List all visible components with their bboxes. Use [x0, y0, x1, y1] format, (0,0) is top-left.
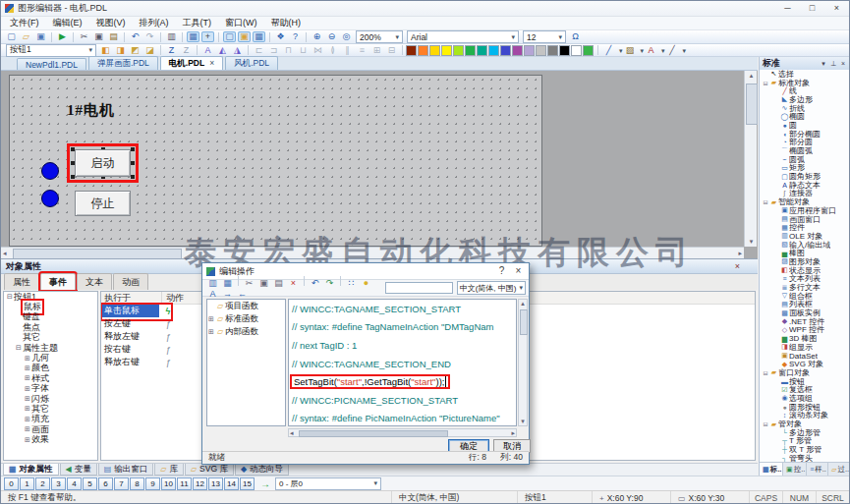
- props-tree-focus[interactable]: 焦点: [4, 322, 97, 332]
- copy-format-icon[interactable]: ◧: [99, 45, 112, 56]
- layer-button-3[interactable]: 3: [51, 477, 66, 490]
- copy-icon[interactable]: ▣: [257, 278, 270, 289]
- selection-handle[interactable]: [131, 147, 135, 151]
- scrollbar-thumb[interactable]: [299, 430, 448, 437]
- special-character-icon[interactable]: Ω: [569, 31, 582, 42]
- layer-button-12[interactable]: 12: [193, 477, 207, 490]
- chevron-down-icon[interactable]: ▾: [641, 47, 645, 54]
- layer-button-1[interactable]: 1: [20, 477, 34, 490]
- layer-up-icon[interactable]: ◩: [129, 45, 142, 56]
- align-top-icon[interactable]: ⊓: [282, 45, 295, 56]
- color-swatch-4[interactable]: [453, 45, 464, 56]
- menu-view[interactable]: 视图(V): [89, 17, 133, 29]
- center-vertical-icon[interactable]: ≬: [326, 45, 339, 56]
- distribute-vertical-icon[interactable]: ≡: [356, 45, 368, 56]
- color-swatch-10[interactable]: [524, 45, 535, 56]
- props-tree-styles[interactable]: ⊞样式: [4, 373, 97, 383]
- props-tree-property-topics[interactable]: ⊟属性主题: [4, 343, 97, 353]
- editor-vertical-scrollbar[interactable]: ▴ ▾: [518, 299, 528, 426]
- tab-newpdl1[interactable]: NewPdl1.PDL: [17, 58, 86, 70]
- menu-arrange[interactable]: 排列(A): [133, 17, 176, 29]
- palette-item-ellipse-arc[interactable]: ⌒椭圆弧: [760, 146, 850, 155]
- status-circle-stop[interactable]: [41, 190, 59, 207]
- scroll-right-icon[interactable]: ▸: [738, 250, 742, 257]
- palette-item-scrollbar-object[interactable]: ↕滚动条对象: [760, 412, 850, 420]
- layer-button-13[interactable]: 13: [208, 477, 223, 490]
- library-window-icon[interactable]: ▢: [223, 31, 236, 42]
- panel-tab-svg-library[interactable]: ▱SVG 库: [185, 464, 234, 476]
- distribute-horizontal-icon[interactable]: ∥: [341, 45, 354, 56]
- palette-tab-controls[interactable]: ▣控..: [783, 463, 807, 476]
- object-selector[interactable]: 按钮1▾: [6, 44, 96, 57]
- props-tree-geometry[interactable]: ⊞几何: [4, 353, 97, 363]
- layer-button-9[interactable]: 9: [145, 477, 160, 490]
- zoom-fit-icon[interactable]: ◎: [340, 31, 353, 42]
- props-tree-picture[interactable]: ⊞画面: [4, 424, 97, 434]
- panel-tab-output-window[interactable]: ▤输出窗口: [98, 464, 154, 476]
- color-swatch-3[interactable]: [441, 45, 452, 56]
- palette-item-ellipse[interactable]: ◯椭圆: [760, 112, 850, 121]
- layer-button-7[interactable]: 7: [114, 477, 129, 490]
- snap-icon[interactable]: +: [201, 31, 214, 42]
- palette-item-polyline[interactable]: ∿折线: [760, 104, 850, 113]
- scroll-down-icon[interactable]: ▾: [519, 418, 527, 425]
- panel-tab-dynamic-wizard[interactable]: ◆动态向导: [235, 464, 289, 476]
- font-family-select[interactable]: Arial▾: [407, 30, 519, 43]
- align-left-icon[interactable]: ⊏: [253, 45, 265, 56]
- c-script-icon[interactable]: Z: [180, 45, 193, 56]
- color-swatch-5[interactable]: [465, 45, 476, 56]
- output-window-icon[interactable]: ▣: [238, 31, 251, 42]
- rotate-left-icon[interactable]: ◭: [216, 45, 229, 56]
- dialog-tree-project-functions[interactable]: ▱项目函数: [207, 300, 285, 312]
- menu-edit[interactable]: 编辑(E): [46, 17, 89, 29]
- palette-item-io-field[interactable]: ▧输入/输出域: [760, 241, 850, 250]
- undo-icon[interactable]: ↶: [129, 31, 142, 42]
- fill-color-icon[interactable]: ▨: [624, 45, 637, 56]
- chevron-down-icon[interactable]: ▾: [683, 47, 687, 54]
- paste-icon[interactable]: ▤: [107, 31, 120, 42]
- canvas-horizontal-scrollbar[interactable]: ◂ ▸: [1, 247, 744, 258]
- layer-button-0[interactable]: 0: [4, 477, 19, 490]
- color-swatch-13[interactable]: [559, 45, 570, 56]
- align-right-icon[interactable]: ⊐: [267, 45, 280, 56]
- color-swatch-7[interactable]: [488, 45, 499, 56]
- palette-item-polygon[interactable]: ◣多边形: [760, 95, 850, 104]
- layer-button-6[interactable]: 6: [98, 477, 113, 490]
- rotate-right-icon[interactable]: ◮: [231, 45, 244, 56]
- redo-icon[interactable]: ↷: [323, 278, 336, 289]
- open-icon[interactable]: ▱: [20, 31, 32, 42]
- symbol-icon[interactable]: ●: [360, 278, 372, 289]
- tab-close-icon[interactable]: ×: [209, 58, 214, 68]
- direct-help-icon[interactable]: ?: [289, 31, 302, 42]
- props-tree-misc-2[interactable]: ⊞其它: [4, 404, 97, 414]
- palette-item-picture-window[interactable]: ▤画面窗口: [760, 215, 850, 224]
- paste-icon[interactable]: ▤: [272, 278, 285, 289]
- save-icon[interactable]: ▣: [34, 31, 47, 42]
- dynamic-dialog-icon[interactable]: Z: [165, 45, 178, 56]
- palette-item-circle-arc[interactable]: ⌣圆弧: [760, 155, 850, 164]
- menu-window[interactable]: 窗口(W): [218, 17, 264, 29]
- language-select[interactable]: 中文(简体, 中国)▾: [457, 281, 526, 295]
- palette-close-icon[interactable]: ×: [838, 60, 848, 68]
- props-tree-filling[interactable]: ⊞填充: [4, 415, 97, 424]
- color-swatch-14[interactable]: [571, 45, 582, 56]
- dialog-tree-internal-functions[interactable]: ⊞▱内部函数: [207, 325, 285, 338]
- palette-item-window-objects[interactable]: ⊟▰窗口对象: [760, 368, 850, 377]
- palette-item-group-display[interactable]: ◨组显示: [760, 343, 850, 352]
- layer-button-11[interactable]: 11: [177, 477, 192, 490]
- same-height-icon[interactable]: ⊟: [385, 45, 398, 56]
- menu-file[interactable]: 文件(F): [3, 17, 46, 29]
- editor-horizontal-scrollbar[interactable]: ◂ ▸: [288, 428, 517, 437]
- undo-icon[interactable]: ↶: [309, 278, 321, 289]
- layer-button-5[interactable]: 5: [83, 477, 97, 490]
- scroll-left-icon[interactable]: ◂: [3, 250, 7, 257]
- align-bottom-icon[interactable]: ⊔: [297, 45, 310, 56]
- layer-arrow-icon[interactable]: →: [260, 478, 270, 489]
- color-swatch-11[interactable]: [536, 45, 546, 56]
- scroll-down-icon[interactable]: ▾: [745, 238, 758, 246]
- scroll-left-icon[interactable]: ◂: [290, 429, 294, 437]
- font-color-icon[interactable]: A: [645, 45, 657, 56]
- props-tree-flashing[interactable]: ⊞闪烁: [4, 394, 97, 404]
- props-tree-colors[interactable]: ⊞颜色: [4, 364, 97, 373]
- scrollbar-thumb[interactable]: [746, 84, 758, 125]
